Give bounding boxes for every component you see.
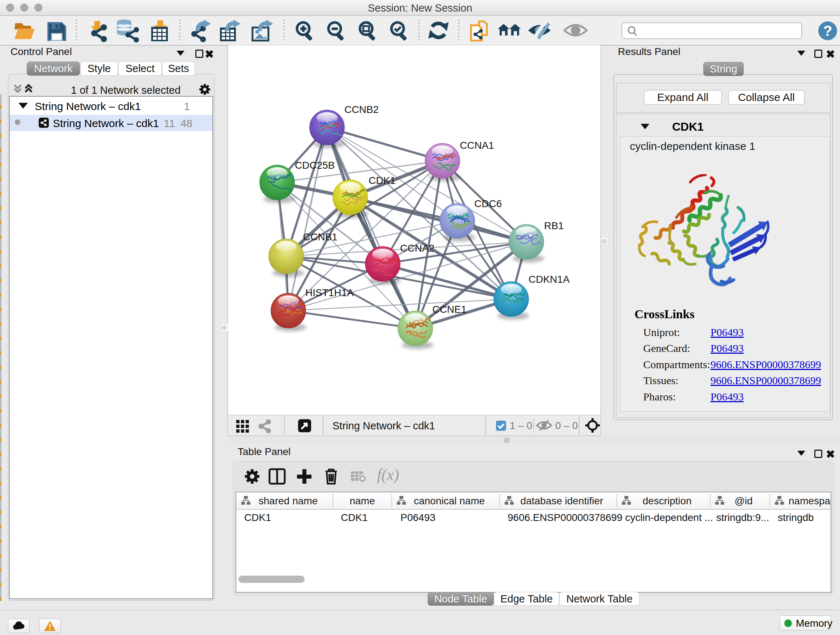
svg-text:canonical name: canonical name <box>414 495 485 507</box>
svg-text:namespac: namespac <box>789 495 831 507</box>
svg-text:name: name <box>349 495 375 507</box>
svg-text:String Network – cdk1: String Network – cdk1 <box>332 420 435 432</box>
svg-text:shared name: shared name <box>259 495 317 507</box>
svg-text:@id: @id <box>734 495 752 507</box>
svg-text:CDC25B: CDC25B <box>295 160 335 171</box>
svg-text:CDKN1A: CDKN1A <box>529 274 570 285</box>
svg-text:HIST1H1A: HIST1H1A <box>305 287 354 298</box>
svg-text:f(x): f(x) <box>377 466 399 484</box>
svg-text:1 – 0: 1 – 0 <box>510 420 532 431</box>
svg-text:CDK1: CDK1 <box>369 175 396 186</box>
svg-text:CCNB1: CCNB1 <box>303 231 338 242</box>
svg-text:CCNB2: CCNB2 <box>344 104 379 115</box>
svg-text:description: description <box>643 495 691 507</box>
svg-text:CCNA1: CCNA1 <box>460 140 494 151</box>
svg-text:CCNE1: CCNE1 <box>432 304 467 315</box>
svg-text:database identifier: database identifier <box>521 495 603 507</box>
svg-text:RB1: RB1 <box>544 220 564 231</box>
svg-text:CDC6: CDC6 <box>474 198 502 209</box>
svg-text:CCNA2: CCNA2 <box>400 242 434 254</box>
svg-text:0 – 0: 0 – 0 <box>555 420 578 431</box>
